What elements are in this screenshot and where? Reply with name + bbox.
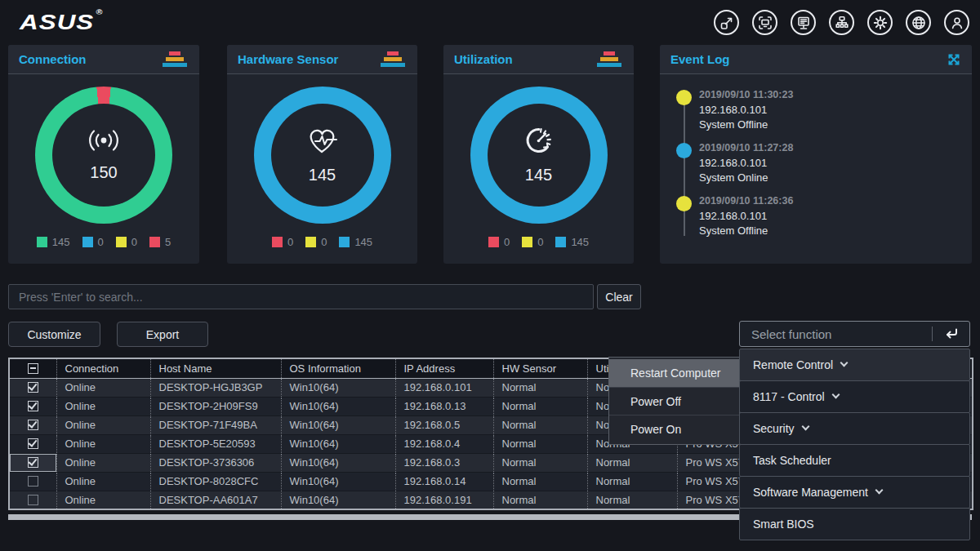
legend-item: 5 [149, 236, 171, 248]
util-cell: Normal [587, 453, 677, 472]
event-log-card: Event Log 2019/09/10 11:30:23192.168.0.1… [660, 45, 972, 264]
hardware-sensor-card-header: Hardware Sensor [227, 45, 417, 74]
select-all-checkbox[interactable] [28, 363, 38, 374]
network-tree-icon[interactable] [829, 10, 854, 35]
globe-icon[interactable] [906, 10, 931, 35]
column-header[interactable]: OS Information [281, 358, 395, 378]
column-header[interactable]: Connection [56, 358, 150, 378]
event-ip: 192.168.0.101 [699, 104, 972, 116]
yellow-status-dot [676, 90, 692, 105]
column-header[interactable]: IP Address [395, 358, 493, 378]
context-menu-item[interactable]: Power On [609, 415, 739, 442]
bar-chart-icon[interactable] [381, 51, 407, 67]
host-cell: DESKTOP-5E20593 [150, 434, 281, 453]
row-checkbox[interactable] [28, 382, 38, 393]
customize-button[interactable]: Customize [8, 322, 100, 347]
row-checkbox[interactable] [28, 476, 38, 487]
chevron-down-icon [875, 487, 883, 495]
search-input[interactable] [8, 284, 594, 309]
event-timestamp: 2019/09/10 11:30:23 [699, 89, 972, 100]
event-entry: 2019/09/10 11:27:28192.168.0.101System O… [660, 142, 972, 185]
bar-chart-icon[interactable] [597, 51, 623, 67]
event-status: System Online [699, 171, 972, 184]
function-item[interactable]: Software Management [739, 476, 970, 509]
blue-swatch [82, 237, 93, 247]
event-status: System Offline [699, 224, 972, 237]
return-icon[interactable] [933, 327, 969, 341]
export-button[interactable]: Export [117, 322, 208, 347]
event-timestamp: 2019/09/10 11:27:28 [699, 142, 972, 153]
row-checkbox[interactable] [28, 495, 38, 505]
server-display-icon[interactable] [791, 10, 816, 35]
utilization-card-header: Utilization [443, 45, 634, 74]
ip-cell: 192.168.0.14 [395, 472, 493, 491]
device-scan-icon[interactable] [752, 10, 777, 35]
host-cell: DESKTOP-71F49BA [150, 415, 281, 434]
row-checkbox[interactable] [28, 457, 38, 468]
blue-swatch [555, 237, 566, 247]
connection-cell: Online [56, 453, 150, 472]
function-item[interactable]: Task Scheduler [739, 444, 970, 477]
power-context-menu: Restart ComputerPower OffPower On [608, 357, 740, 445]
util-cell: Normal [587, 472, 677, 491]
user-account-icon[interactable] [944, 10, 969, 35]
legend-item: 0 [272, 236, 293, 248]
ip-cell: 192.168.0.5 [395, 415, 493, 434]
topbar: ASUS® [0, 0, 980, 45]
connection-cell: Online [56, 378, 150, 397]
legend-value: 145 [354, 236, 372, 248]
connection-cell: Online [56, 415, 150, 434]
settings-icon[interactable] [867, 10, 893, 35]
function-item-label: Security [753, 422, 795, 435]
chevron-down-icon [801, 423, 809, 431]
ip-cell: 192.168.0.191 [395, 491, 493, 509]
column-header[interactable]: Host Name [150, 358, 281, 378]
connection-cell: Online [56, 491, 150, 509]
os-cell: Win10(64) [281, 472, 395, 491]
function-item[interactable]: Security [739, 412, 970, 445]
hw-cell: Normal [493, 415, 587, 434]
event-log-card-header: Event Log [660, 45, 972, 74]
expand-icon[interactable] [947, 52, 961, 67]
host-cell: DESKTOP-3736306 [150, 453, 281, 472]
yellow-swatch [305, 237, 316, 247]
row-checkbox-cell [9, 491, 56, 509]
function-item[interactable]: Smart BIOS [739, 508, 970, 540]
column-header[interactable]: HW Sensor [493, 358, 587, 378]
function-item-label: Task Scheduler [753, 454, 831, 467]
function-item[interactable]: Remote Control [739, 349, 970, 381]
event-timestamp: 2019/09/10 11:26:36 [699, 195, 972, 207]
row-checkbox[interactable] [28, 438, 38, 449]
utilization-total: 145 [525, 166, 552, 184]
bar-chart-icon[interactable] [163, 51, 189, 67]
topbar-icons [714, 10, 969, 35]
utilization-card-title: Utilization [454, 52, 513, 66]
row-checkbox[interactable] [28, 420, 38, 430]
host-cell: DESKTOP-8028CFC [150, 472, 281, 491]
remote-link-icon[interactable] [714, 10, 739, 35]
context-menu-item[interactable]: Restart Computer [609, 359, 739, 387]
os-cell: Win10(64) [281, 415, 395, 434]
ip-cell: 192.168.0.4 [395, 434, 493, 453]
clear-button[interactable]: Clear [597, 284, 641, 309]
legend-item: 0 [305, 236, 327, 248]
ip-cell: 192.168.0.101 [395, 378, 493, 397]
connection-donut-chart: 150 [35, 87, 172, 224]
green-swatch [37, 237, 47, 247]
function-item[interactable]: 8117 - Control [739, 380, 970, 413]
host-cell: DESKTOP-AA601A7 [150, 491, 281, 509]
row-checkbox[interactable] [28, 401, 38, 411]
blue-status-dot [676, 143, 692, 158]
legend-value: 0 [504, 236, 510, 248]
context-menu-item[interactable]: Power Off [609, 387, 739, 415]
host-cell: DESKTOP-2H09FS9 [150, 397, 281, 415]
connection-total: 150 [90, 163, 117, 182]
event-log-timeline: 2019/09/10 11:30:23192.168.0.101System O… [660, 74, 972, 238]
connection-cell: Online [56, 434, 150, 453]
utilization-legend: 00145 [443, 236, 634, 248]
hardware-sensor-legend: 00145 [227, 236, 417, 248]
asus-logo: ASUS® [20, 10, 101, 34]
legend-value: 5 [165, 236, 171, 248]
os-cell: Win10(64) [281, 491, 395, 509]
chevron-down-icon [831, 391, 840, 399]
